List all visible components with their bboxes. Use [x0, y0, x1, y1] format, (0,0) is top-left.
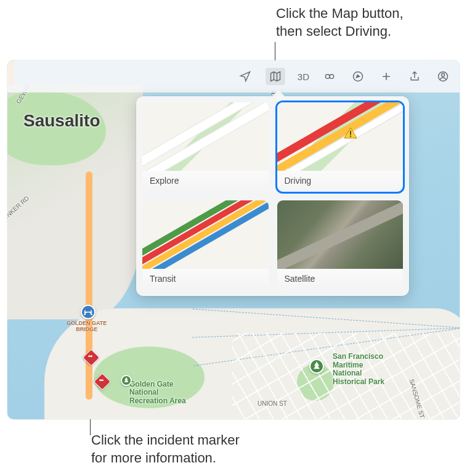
road-label-union: UNION ST	[258, 400, 287, 407]
look-around-button[interactable]	[322, 68, 338, 84]
mode-thumb-driving	[277, 102, 404, 171]
mode-label: Satellite	[277, 269, 404, 290]
mode-thumb-explore	[142, 102, 269, 171]
callout-map-button: Click the Map button, then select Drivin…	[276, 5, 404, 40]
callout-incident: Click the incident marker for more infor…	[91, 432, 240, 467]
add-button[interactable]	[378, 68, 394, 84]
mode-label: Explore	[142, 171, 269, 192]
mode-driving[interactable]: Driving	[277, 102, 404, 192]
mode-thumb-satellite	[277, 200, 404, 269]
mode-label: Driving	[277, 171, 404, 192]
park-label-maritime: San Francisco Maritime National Historic…	[333, 353, 384, 387]
park-label-ggnra: Golden Gate National Recreation Area	[129, 380, 186, 406]
toolbar: 3D	[7, 60, 460, 92]
directions-button[interactable]	[350, 68, 366, 84]
svg-point-4	[442, 73, 445, 76]
poi-label-bridge: GOLDEN GATE BRIDGE	[67, 321, 107, 333]
poi-park-icon[interactable]	[121, 375, 132, 386]
mode-thumb-transit	[142, 200, 269, 269]
svg-point-5	[349, 136, 351, 137]
maps-window: Sausalito BUNKER RD GEWAY An Golden Gate…	[7, 60, 460, 419]
poi-golden-gate-bridge[interactable]	[81, 305, 95, 319]
account-button[interactable]	[435, 68, 451, 84]
hazard-icon	[342, 126, 359, 141]
svg-point-1	[330, 75, 334, 79]
map-mode-button[interactable]	[266, 68, 285, 85]
share-button[interactable]	[407, 68, 423, 84]
mode-satellite[interactable]: Satellite	[277, 200, 404, 290]
city-label-sausalito: Sausalito	[23, 111, 100, 131]
mode-label: Transit	[142, 269, 269, 290]
svg-point-0	[325, 75, 330, 79]
location-button[interactable]	[237, 68, 253, 84]
mode-transit[interactable]: Transit	[142, 200, 269, 290]
map-mode-panel: Explore Driving Transit Satellite	[136, 96, 409, 296]
mode-explore[interactable]: Explore	[142, 102, 269, 192]
3d-button[interactable]: 3D	[298, 72, 309, 82]
poi-park-icon[interactable]	[309, 359, 324, 374]
